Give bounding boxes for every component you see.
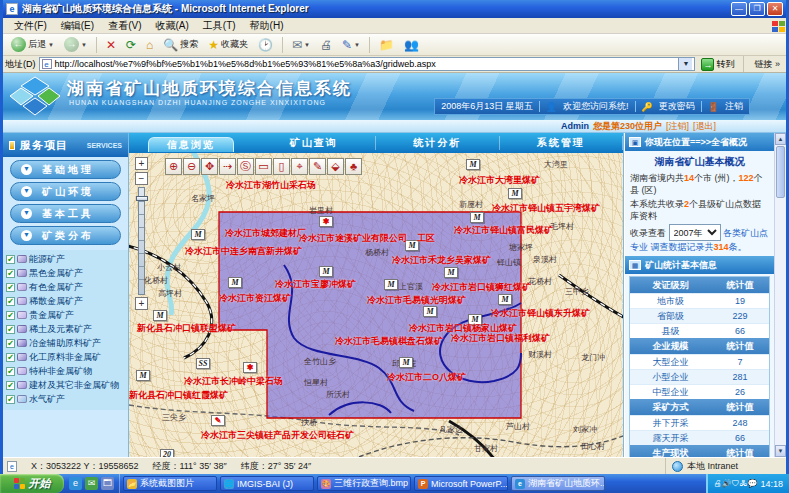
- tab-统计分析[interactable]: 统计分析: [376, 136, 500, 150]
- tray-volume-icon[interactable]: 🔊: [722, 479, 732, 488]
- mine-marker[interactable]: M: [191, 229, 205, 240]
- layer-checkbox[interactable]: ✔: [6, 311, 15, 320]
- map-pan-icon[interactable]: ✥: [201, 158, 218, 175]
- mine-marker[interactable]: M: [470, 212, 484, 223]
- menu-item[interactable]: 帮助(H): [243, 19, 291, 32]
- forward-button[interactable]: →▼: [60, 35, 91, 54]
- mine-marker[interactable]: M: [498, 294, 512, 305]
- address-input[interactable]: e http://localhost/%e7%9f%bf%e5%b1%b1%e5…: [39, 57, 696, 71]
- taskbar-task[interactable]: 📂系统截图图片: [123, 476, 217, 491]
- quick-desktop-icon[interactable]: 🗔: [101, 477, 114, 490]
- folder-button[interactable]: 📁: [375, 35, 398, 54]
- layer-checkbox[interactable]: ✔: [6, 283, 15, 292]
- mine-marker[interactable]: M: [466, 159, 480, 170]
- print-button[interactable]: 🖨: [316, 35, 336, 54]
- mine-marker[interactable]: M: [384, 279, 398, 290]
- menu-item[interactable]: 收藏(A): [148, 19, 195, 32]
- quick-mail-icon[interactable]: ✉: [85, 477, 98, 490]
- menu-item[interactable]: 编辑(E): [54, 19, 101, 32]
- address-dropdown-icon[interactable]: ▼: [678, 58, 692, 70]
- zoom-full-button[interactable]: +: [135, 297, 148, 310]
- taskbar-task[interactable]: 🌐IMGIS-BAI (J): [220, 476, 314, 491]
- layer-checkbox[interactable]: ✔: [6, 353, 15, 362]
- mine-marker[interactable]: 20: [160, 449, 174, 457]
- messenger-button[interactable]: 👥: [400, 35, 423, 54]
- exit-link[interactable]: [退出]: [693, 120, 716, 133]
- layer-checkbox[interactable]: ✔: [6, 339, 15, 348]
- layer-checkbox[interactable]: ✔: [6, 297, 15, 306]
- stop-button[interactable]: ✕: [102, 35, 120, 54]
- mine-marker[interactable]: SS: [196, 358, 210, 369]
- map-zoom-out-icon[interactable]: ⊖: [183, 158, 200, 175]
- year-select[interactable]: 2007年: [669, 224, 721, 241]
- map-measure-icon[interactable]: ⇢: [219, 158, 236, 175]
- history-button[interactable]: 🕑: [254, 35, 277, 54]
- zoom-slider-thumb[interactable]: [136, 196, 148, 201]
- menu-item[interactable]: 查看(V): [101, 19, 148, 32]
- map-eraser-icon[interactable]: ⬙: [327, 158, 344, 175]
- tray-print-icon[interactable]: 🖨: [714, 479, 722, 488]
- zoom-in-button[interactable]: +: [135, 157, 148, 170]
- taskbar-task[interactable]: PMicrosoft PowerP...: [414, 476, 508, 491]
- back-button[interactable]: ←后退▼: [7, 35, 58, 54]
- tray-msg-icon[interactable]: 💬: [747, 479, 757, 488]
- tab-系统管理[interactable]: 系统管理: [500, 136, 624, 150]
- edit-button[interactable]: ✎▼: [338, 35, 364, 54]
- map-identify-icon[interactable]: ⌖: [291, 158, 308, 175]
- close-button[interactable]: ✕: [767, 2, 783, 16]
- layer-checkbox[interactable]: ✔: [6, 367, 15, 376]
- go-button[interactable]: → 转到: [698, 58, 737, 71]
- mine-marker[interactable]: M: [153, 310, 167, 321]
- mine-marker[interactable]: M: [423, 306, 437, 317]
- layer-checkbox[interactable]: ✔: [6, 381, 15, 390]
- restore-button[interactable]: ❐: [749, 2, 765, 16]
- layer-checkbox[interactable]: ✔: [6, 325, 15, 334]
- mine-marker[interactable]: M: [136, 370, 150, 381]
- mine-marker[interactable]: M: [228, 277, 242, 288]
- mine-marker[interactable]: M: [319, 266, 333, 277]
- taskbar-task[interactable]: 🎨三维行政查询.bmp: [317, 476, 411, 491]
- map-draw-icon[interactable]: ✎: [309, 158, 326, 175]
- sidebar-item-矿山环境[interactable]: ▼矿山环境: [10, 182, 121, 201]
- sidebar-item-基本工具[interactable]: ▼基本工具: [10, 204, 121, 223]
- minimize-button[interactable]: —: [731, 2, 747, 16]
- tab-矿山查询[interactable]: 矿山查询: [253, 136, 377, 150]
- quick-ie-icon[interactable]: e: [69, 477, 82, 490]
- layer-checkbox[interactable]: ✔: [6, 395, 15, 404]
- banner-logout-link[interactable]: 注销: [725, 100, 743, 113]
- mine-marker[interactable]: ✱: [243, 362, 257, 373]
- mine-marker[interactable]: ✎: [211, 415, 225, 426]
- vertical-scrollbar[interactable]: ▲ ▼: [774, 133, 786, 457]
- scroll-thumb[interactable]: [776, 146, 785, 198]
- start-button[interactable]: 开始: [0, 474, 64, 493]
- links-button[interactable]: 链接 »: [750, 58, 784, 71]
- mine-marker[interactable]: ✱: [319, 216, 333, 227]
- sidebar-item-矿类分布[interactable]: ▼矿类分布: [10, 226, 121, 245]
- map-select-rect-icon[interactable]: ▭: [255, 158, 272, 175]
- zoom-out-button[interactable]: −: [135, 172, 148, 185]
- tab-信息浏览[interactable]: 信息浏览: [148, 137, 234, 152]
- layer-checkbox[interactable]: ✔: [6, 255, 15, 264]
- map-stop-icon[interactable]: Ⓢ: [237, 158, 254, 175]
- mine-marker[interactable]: M: [399, 357, 413, 368]
- refresh-button[interactable]: ⟳: [122, 35, 140, 54]
- menu-item[interactable]: 工具(T): [196, 19, 243, 32]
- menu-item[interactable]: 文件(F): [7, 19, 54, 32]
- map-layers-icon[interactable]: ♣: [345, 158, 362, 175]
- taskbar-task[interactable]: e湖南省矿山地质环...: [511, 476, 605, 491]
- home-button[interactable]: ⌂: [142, 35, 157, 54]
- search-button[interactable]: 🔍搜索: [159, 35, 202, 54]
- mail-button[interactable]: ✉▼: [288, 35, 314, 54]
- layer-checkbox[interactable]: ✔: [6, 269, 15, 278]
- scroll-up-icon[interactable]: ▲: [775, 133, 786, 145]
- change-password-link[interactable]: 更改密码: [659, 100, 695, 113]
- map-canvas[interactable]: + − + ⊕⊖✥⇢Ⓢ▭▯⌖✎⬙♣ 大湾里名家坪岩里村新屋村毛坪村杨桥村塘家坪铎…: [129, 153, 623, 457]
- map-zoom-in-icon[interactable]: ⊕: [165, 158, 182, 175]
- sidebar-item-基础地理[interactable]: ▼基础地理: [10, 160, 121, 179]
- logout-link[interactable]: [注销]: [666, 120, 689, 133]
- favorites-button[interactable]: ★收藏夹: [204, 35, 252, 54]
- mine-marker[interactable]: M: [444, 267, 458, 278]
- scroll-down-icon[interactable]: ▼: [775, 445, 786, 457]
- mine-marker[interactable]: M: [508, 188, 522, 199]
- map-clear-select-icon[interactable]: ▯: [273, 158, 290, 175]
